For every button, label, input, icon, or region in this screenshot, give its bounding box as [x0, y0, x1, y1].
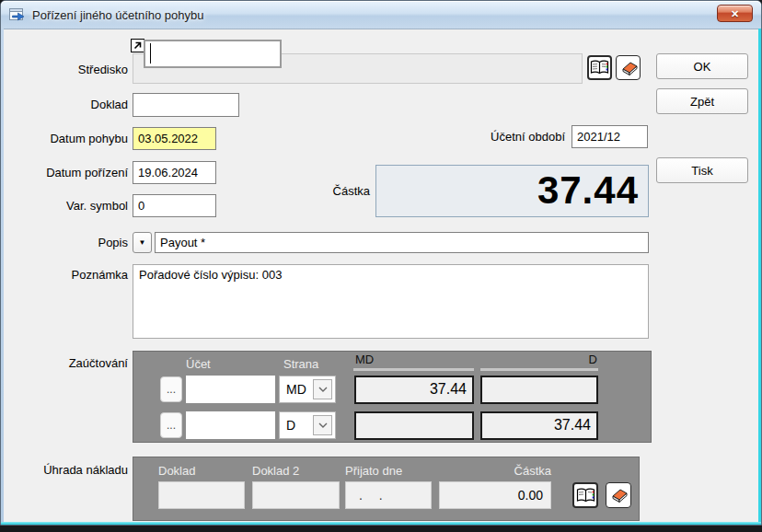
chevron-down-icon[interactable] — [313, 415, 332, 435]
md-amount-field[interactable]: 37.44 — [354, 376, 474, 404]
uhrada-clear-button[interactable] — [606, 482, 631, 508]
eraser-icon — [608, 487, 629, 503]
uhrada-doklad-header: Doklad — [158, 464, 195, 478]
chevron-down-icon[interactable] — [313, 379, 332, 399]
stredisko-edit-input[interactable] — [144, 40, 282, 68]
castka-amount-display: 37.44 — [375, 165, 649, 217]
poznamka-textarea[interactable] — [133, 264, 649, 339]
uhrada-doklad2-field — [252, 481, 340, 509]
md-column-divider — [353, 368, 474, 371]
stredisko-label: Středisko — [21, 63, 128, 76]
titlebar[interactable]: Pořízení jiného účetního pohybu ✕ — [1, 1, 761, 29]
datum-pohybu-input[interactable] — [133, 127, 216, 150]
uhrada-nakladu-label: Úhrada nákladu — [21, 463, 128, 477]
open-book-icon — [590, 60, 609, 75]
ok-button[interactable]: OK — [656, 53, 748, 79]
poznamka-label: Poznámka — [21, 268, 128, 282]
window-title: Pořízení jiného účetního pohybu — [32, 8, 203, 22]
uhrada-nakladu-panel: Doklad Doklad 2 Přijato dne Částka . . 0… — [133, 457, 640, 521]
uhrada-doklad2-header: Doklad 2 — [252, 464, 299, 478]
strana-combobox[interactable]: D — [279, 411, 336, 439]
print-button[interactable]: Tisk — [656, 157, 748, 183]
eraser-icon — [618, 60, 639, 76]
datum-porizeni-label: Datum pořízení — [21, 166, 128, 179]
doklad-input[interactable] — [133, 93, 239, 117]
stredisko-lookup-button[interactable] — [587, 55, 612, 80]
castka-label: Částka — [307, 184, 370, 198]
zauctovani-panel: Účet Strana MD D ... MD 37.44 ... D — [133, 351, 652, 443]
datum-porizeni-input[interactable] — [133, 161, 216, 184]
uhrada-prijato-dne-field: . . — [345, 481, 432, 509]
uhrada-prijato-header: Přijato dne — [345, 464, 402, 478]
window-right-accent — [758, 29, 761, 522]
popis-dropdown-button[interactable]: ▼ — [133, 232, 152, 253]
triangle-down-icon: ▼ — [139, 238, 146, 247]
ucet-input[interactable] — [186, 411, 275, 439]
md-column-header: MD — [355, 353, 374, 366]
strana-value: D — [286, 418, 295, 433]
strana-combobox[interactable]: MD — [279, 376, 336, 403]
d-column-divider — [480, 368, 598, 371]
d-amount-field[interactable] — [480, 376, 598, 404]
open-book-icon — [576, 488, 595, 503]
account-browse-button[interactable]: ... — [160, 376, 182, 402]
strana-value: MD — [286, 382, 306, 397]
close-icon: ✕ — [731, 8, 739, 19]
zauctovani-label: Zaúčtování — [21, 356, 128, 370]
back-button[interactable]: Zpět — [656, 88, 748, 114]
uhrada-doklad-field — [158, 481, 245, 509]
dialog-window: Pořízení jiného účetního pohybu ✕ Středi… — [0, 0, 762, 526]
window-form-arrow-icon — [9, 8, 26, 22]
text-caret — [150, 43, 151, 64]
datum-pohybu-label: Datum pohybu — [21, 132, 128, 145]
popis-label: Popis — [21, 236, 128, 249]
ucet-input[interactable] — [186, 376, 275, 403]
account-browse-button[interactable]: ... — [160, 412, 182, 438]
d-column-header: D — [480, 353, 597, 366]
close-button[interactable]: ✕ — [717, 5, 753, 22]
uhrada-castka-field: 0.00 — [439, 481, 551, 509]
var-symbol-input[interactable] — [133, 194, 216, 217]
uhrada-castka-header: Částka — [445, 464, 551, 478]
d-amount-field[interactable]: 37.44 — [480, 411, 598, 440]
stredisko-clear-button[interactable] — [616, 55, 641, 80]
expand-arrow-icon[interactable] — [131, 39, 144, 52]
uhrada-lookup-button[interactable] — [572, 482, 598, 508]
popis-input[interactable] — [155, 232, 649, 253]
doklad-label: Doklad — [21, 98, 128, 111]
strana-column-header: Strana — [283, 357, 318, 371]
window-bottom-accent — [1, 522, 761, 525]
ucetni-obdobi-input[interactable] — [572, 125, 648, 148]
ucetni-obdobi-label: Účetní období — [464, 130, 565, 144]
md-amount-field[interactable] — [354, 411, 474, 440]
var-symbol-label: Var. symbol — [21, 199, 128, 213]
ucet-column-header: Účet — [186, 357, 211, 371]
dialog-content: Středisko — [4, 29, 760, 522]
